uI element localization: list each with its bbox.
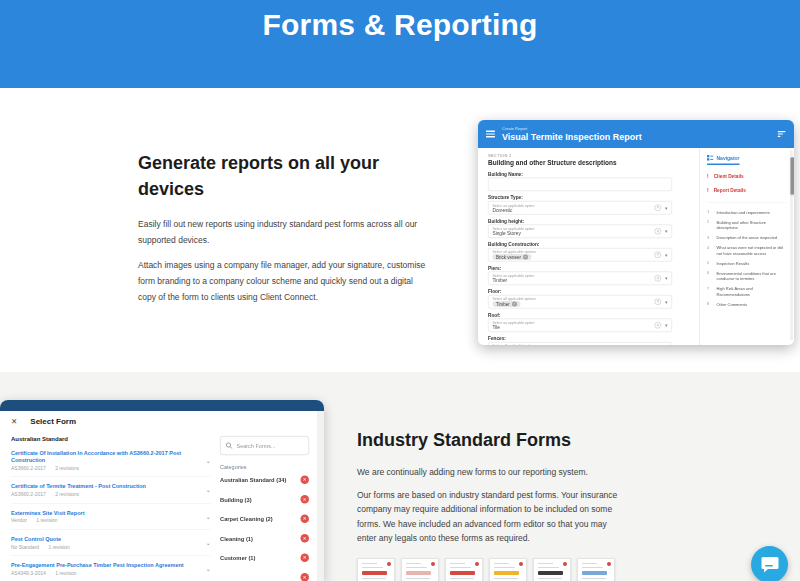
- navigator-alert-item[interactable]: ! Client Details: [707, 173, 787, 179]
- form-list-item[interactable]: Pre-Engagement Pre-Purchase Timber Pest …: [11, 556, 211, 581]
- remove-category-icon[interactable]: ✕: [301, 476, 310, 485]
- navigator-item-label: High Risk Areas and Recommendations: [717, 286, 788, 297]
- form-field-input[interactable]: [488, 178, 672, 192]
- clear-icon[interactable]: ×: [654, 275, 661, 282]
- remove-category-icon[interactable]: ✕: [301, 554, 310, 563]
- chip-remove-icon[interactable]: ×: [523, 254, 528, 259]
- form-field-label: Floor:: [488, 289, 689, 295]
- navigator-item[interactable]: 8 Other Comments: [707, 302, 787, 308]
- scrollbar-thumb[interactable]: [790, 157, 794, 195]
- panel-scrollbar[interactable]: [318, 411, 325, 581]
- category-row[interactable]: Customer (1) ✕: [220, 548, 309, 568]
- industry-block: Industry Standard Forms We are continual…: [357, 430, 619, 581]
- tune-icon[interactable]: [778, 131, 787, 138]
- category-label: Australian Standard (34): [220, 477, 286, 483]
- remove-category-icon[interactable]: ✕: [301, 515, 310, 524]
- form-field-label: Piers:: [488, 265, 689, 271]
- navigator-item-number: 6: [707, 271, 712, 282]
- form-field: Fences: Select all applicable options Co…: [488, 336, 689, 346]
- form-item-title[interactable]: Exterminex Site Visit Report: [11, 509, 191, 516]
- form-field-chip[interactable]: Brick veneer ×: [493, 254, 532, 260]
- clear-icon[interactable]: ×: [654, 228, 661, 235]
- menu-icon[interactable]: [486, 131, 495, 138]
- scrollbar[interactable]: [790, 150, 793, 340]
- navigator-alert-item[interactable]: ! Report Details: [707, 188, 787, 194]
- form-field-input[interactable]: Select an applicable option Timber × ▾: [488, 272, 672, 286]
- form-item-title[interactable]: Certificate Of Installation In Accordanc…: [11, 450, 191, 464]
- form-list-item[interactable]: Certificate of Termite Treatment - Post …: [11, 477, 211, 503]
- clear-icon[interactable]: ×: [654, 322, 661, 329]
- form-field-chip[interactable]: Timber ×: [493, 301, 521, 307]
- form-item-revisions: 1 revision: [55, 570, 76, 576]
- form-field-input[interactable]: Select an applicable option Single Store…: [488, 225, 672, 239]
- form-field-input[interactable]: Select all applicable options Colourbond…: [488, 342, 672, 345]
- thumbnail-badge-dot: [563, 562, 567, 566]
- form-thumbnail[interactable]: [401, 558, 439, 581]
- form-item-revisions: 1 revision: [36, 518, 57, 524]
- form-item-standard: AS3660.2-2017: [11, 491, 46, 497]
- navigator-item[interactable]: 4 What areas were not inspected or did n…: [707, 245, 787, 256]
- navigator-item[interactable]: 2 Building and other Structure descripti…: [707, 220, 787, 231]
- form-thumbnail[interactable]: [533, 558, 571, 581]
- form-item-title[interactable]: Pre-Engagement Pre-Purchase Timber Pest …: [11, 562, 191, 569]
- chip-remove-icon[interactable]: ×: [512, 301, 517, 306]
- form-field-label: Fences:: [488, 336, 689, 342]
- form-thumbnail[interactable]: [445, 558, 483, 581]
- form-field-content: Select an applicable option Timber: [493, 274, 535, 283]
- form-field: Floor: Select all applicable options Tim…: [488, 289, 689, 309]
- navigator-tab[interactable]: Navigator: [707, 155, 740, 166]
- form-list-item[interactable]: Exterminex Site Visit Report Vendor 1 re…: [11, 503, 211, 529]
- chip-label: Brick veneer: [496, 254, 521, 259]
- form-item-title[interactable]: Certificate of Termite Treatment - Post …: [11, 483, 191, 490]
- form-list-item[interactable]: Pest Control Quote No Standard 1 revisio…: [11, 530, 211, 556]
- form-field-icons: × ▾: [654, 225, 667, 238]
- navigator-item-label: Building and other Structure description…: [717, 220, 788, 231]
- close-icon[interactable]: ✕: [11, 417, 17, 426]
- form-field-helper: Select all applicable options: [493, 297, 536, 301]
- navigator-item[interactable]: 1 Introduction and requirements: [707, 210, 787, 216]
- form-field-input[interactable]: Select all applicable options Timber ×: [488, 295, 672, 309]
- search-placeholder: Search Forms...: [237, 443, 276, 449]
- category-row[interactable]: Building (3) ✕: [220, 490, 309, 510]
- search-input[interactable]: Search Forms...: [220, 436, 309, 455]
- form-field-input[interactable]: Select all applicable options Brick vene…: [488, 248, 672, 262]
- form-field-value: Tile: [493, 324, 535, 330]
- navigator-item[interactable]: 7 High Risk Areas and Recommendations: [707, 286, 787, 297]
- form-item-text: Certificate of Termite Treatment - Post …: [11, 483, 191, 497]
- navigator-item[interactable]: 6 Environmental conditions that are cond…: [707, 271, 787, 282]
- category-row[interactable]: Carpet Cleaning (2) ✕: [220, 509, 309, 529]
- category-row[interactable]: Cleaning (1) ✕: [220, 529, 309, 549]
- remove-category-icon[interactable]: ✕: [301, 495, 310, 504]
- chat-launcher-button[interactable]: [751, 546, 788, 581]
- form-field-helper: Select all applicable options: [493, 250, 536, 254]
- form-item-revisions: 2 revisions: [55, 491, 79, 497]
- dropdown-caret-icon[interactable]: ▾: [665, 229, 668, 235]
- dropdown-caret-icon[interactable]: ▾: [665, 323, 668, 329]
- form-list-item[interactable]: Certificate Of Installation In Accordanc…: [11, 444, 211, 477]
- form-item-title[interactable]: Pest Control Quote: [11, 536, 191, 543]
- alert-icon: !: [707, 188, 709, 194]
- clear-icon[interactable]: ×: [654, 299, 661, 306]
- navigator-item[interactable]: 3 Description of the areas inspected: [707, 235, 787, 241]
- hero-paragraph-1: Easily fill out new reports using indust…: [138, 216, 430, 248]
- dropdown-caret-icon[interactable]: ▾: [665, 205, 668, 211]
- form-field-input[interactable]: Select an applicable option Tile × ▾: [488, 319, 672, 333]
- clear-icon[interactable]: ×: [654, 252, 661, 259]
- remove-category-icon[interactable]: ✕: [301, 573, 310, 581]
- category-row[interactable]: Australian Standard (34) ✕: [220, 470, 309, 490]
- dropdown-caret-icon[interactable]: ▾: [665, 252, 668, 258]
- form-field-input[interactable]: Select an applicable option Domestic × ▾: [488, 201, 672, 215]
- form-item-revisions: 1 revision: [48, 544, 69, 550]
- form-group-heading: Australian Standard: [11, 435, 211, 442]
- form-thumbnail[interactable]: [577, 558, 615, 581]
- navigator-item[interactable]: 5 Inspection Results: [707, 261, 787, 267]
- category-row[interactable]: ✕: [220, 568, 309, 581]
- form-thumbnail[interactable]: [489, 558, 527, 581]
- remove-category-icon[interactable]: ✕: [301, 534, 310, 543]
- dropdown-caret-icon[interactable]: ▾: [665, 276, 668, 282]
- form-item-standard: AS4349.3-2014: [11, 570, 46, 576]
- form-thumbnail[interactable]: [357, 558, 395, 581]
- navigator-item-number: 2: [707, 220, 712, 231]
- dropdown-caret-icon[interactable]: ▾: [665, 299, 668, 305]
- clear-icon[interactable]: ×: [654, 205, 661, 212]
